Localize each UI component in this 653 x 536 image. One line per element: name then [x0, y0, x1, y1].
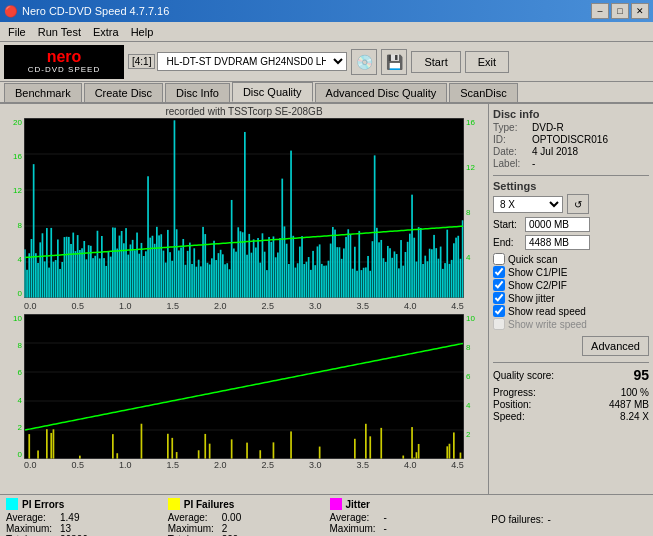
speed-selector[interactable]: 8 X — [493, 196, 563, 213]
menu-run-test[interactable]: Run Test — [32, 24, 87, 40]
start-row: Start: 0000 MB — [493, 217, 649, 232]
xb-2-5: 2.5 — [261, 460, 274, 470]
start-input[interactable]: 0000 MB — [525, 217, 590, 232]
top-chart-canvas — [24, 118, 464, 298]
minimize-button[interactable]: – — [591, 3, 609, 19]
xb-2-0: 2.0 — [214, 460, 227, 470]
end-label: End: — [493, 237, 521, 248]
window-controls: – □ ✕ — [591, 3, 649, 19]
drive-selector: [4:1] HL-DT-ST DVDRAM GH24NSD0 LH00 — [128, 52, 347, 71]
type-value: DVD-R — [532, 122, 564, 133]
x-0-0: 0.0 — [24, 301, 37, 311]
save-icon[interactable]: 💾 — [381, 49, 407, 75]
advanced-button[interactable]: Advanced — [582, 336, 649, 356]
jitter-max-value: - — [384, 523, 424, 534]
y-bot-10: 10 — [2, 314, 22, 323]
disc-id-row: ID: OPTODISCR016 — [493, 134, 649, 145]
maximize-button[interactable]: □ — [611, 3, 629, 19]
date-value: 4 Jul 2018 — [532, 146, 578, 157]
tab-create-disc[interactable]: Create Disc — [84, 83, 163, 102]
show-read-speed-label: Show read speed — [508, 306, 586, 317]
disc-date-row: Date: 4 Jul 2018 — [493, 146, 649, 157]
x-1-5: 1.5 — [166, 301, 179, 311]
y-right-bot-10: 10 — [466, 314, 482, 323]
pi-failures-avg-value: 0.00 — [222, 512, 262, 523]
x-4-5: 4.5 — [451, 301, 464, 311]
show-jitter-label: Show jitter — [508, 293, 555, 304]
y-top-20: 20 — [2, 118, 22, 127]
y-right-bot-8: 8 — [466, 343, 482, 352]
refresh-button[interactable]: ↺ — [567, 194, 589, 214]
speed-label: Speed: — [493, 411, 525, 422]
label-value: - — [532, 158, 535, 169]
tab-benchmark[interactable]: Benchmark — [4, 83, 82, 102]
x-1-0: 1.0 — [119, 301, 132, 311]
show-jitter-checkbox[interactable] — [493, 292, 505, 304]
menu-extra[interactable]: Extra — [87, 24, 125, 40]
progress-row: Progress: 100 % — [493, 387, 649, 398]
y-top-0: 0 — [2, 289, 22, 298]
end-input[interactable]: 4488 MB — [525, 235, 590, 250]
y-bot-8: 8 — [2, 341, 22, 350]
drive-dropdown[interactable]: HL-DT-ST DVDRAM GH24NSD0 LH00 — [157, 52, 347, 71]
menu-help[interactable]: Help — [125, 24, 160, 40]
quick-scan-label: Quick scan — [508, 254, 557, 265]
tab-scan-disc[interactable]: ScanDisc — [449, 83, 517, 102]
toolbar: nero CD-DVD SPEED [4:1] HL-DT-ST DVDRAM … — [0, 42, 653, 82]
tab-disc-quality[interactable]: Disc Quality — [232, 82, 313, 102]
stats-footer: PI Errors Average: 1.49 Maximum: 13 Tota… — [0, 494, 653, 536]
show-jitter-row: Show jitter — [493, 292, 649, 304]
settings-title: Settings — [493, 180, 649, 192]
menu-bar: File Run Test Extra Help — [0, 22, 653, 42]
jitter-avg-row: Average: - — [330, 512, 486, 523]
show-c2-pif-checkbox[interactable] — [493, 279, 505, 291]
divider-2 — [493, 362, 649, 363]
exit-button[interactable]: Exit — [465, 51, 509, 73]
pi-failures-max-value: 2 — [222, 523, 262, 534]
settings-section: Settings 8 X ↺ Start: 0000 MB End: 4488 … — [493, 180, 649, 356]
y-right-top-4: 4 — [466, 253, 482, 262]
xb-1-0: 1.0 — [119, 460, 132, 470]
pi-failures-avg-row: Average: 0.00 — [168, 512, 324, 523]
speed-row-progress: Speed: 8.24 X — [493, 411, 649, 422]
progress-section: Progress: 100 % Position: 4487 MB Speed:… — [493, 387, 649, 422]
eject-icon[interactable]: 💿 — [351, 49, 377, 75]
app-icon: 🔴 — [4, 5, 18, 18]
show-c1-pie-label: Show C1/PIE — [508, 267, 567, 278]
jitter-avg-value: - — [384, 512, 424, 523]
jitter-max-label: Maximum: — [330, 523, 380, 534]
quality-score-row: Quality score: 95 — [493, 367, 649, 383]
xb-1-5: 1.5 — [166, 460, 179, 470]
show-c1-pie-row: Show C1/PIE — [493, 266, 649, 278]
show-c1-pie-checkbox[interactable] — [493, 266, 505, 278]
date-label: Date: — [493, 146, 528, 157]
tab-disc-info[interactable]: Disc Info — [165, 83, 230, 102]
y-right-bot-2: 2 — [466, 430, 482, 439]
xb-3-0: 3.0 — [309, 460, 322, 470]
pi-failures-avg-label: Average: — [168, 512, 218, 523]
close-button[interactable]: ✕ — [631, 3, 649, 19]
pi-failures-max-label: Maximum: — [168, 523, 218, 534]
show-c2-pif-row: Show C2/PIF — [493, 279, 649, 291]
pi-errors-color — [6, 498, 18, 510]
quick-scan-checkbox[interactable] — [493, 253, 505, 265]
position-row: Position: 4487 MB — [493, 399, 649, 410]
pi-errors-label: PI Errors — [22, 499, 64, 510]
x-2-0: 2.0 — [214, 301, 227, 311]
pi-errors-header: PI Errors — [6, 498, 162, 510]
progress-value: 100 % — [621, 387, 649, 398]
show-write-speed-label: Show write speed — [508, 319, 587, 330]
speed-value: 8.24 X — [620, 411, 649, 422]
x-axis-bottom: 0.0 0.5 1.0 1.5 2.0 2.5 3.0 3.5 4.0 4.5 — [2, 459, 486, 471]
y-right-top-8: 8 — [466, 208, 482, 217]
tab-advanced-disc-quality[interactable]: Advanced Disc Quality — [315, 83, 448, 102]
menu-file[interactable]: File — [2, 24, 32, 40]
y-right-bot-6: 6 — [466, 372, 482, 381]
pi-failures-label: PI Failures — [184, 499, 235, 510]
pi-errors-avg-value: 1.49 — [60, 512, 100, 523]
show-read-speed-checkbox[interactable] — [493, 305, 505, 317]
pi-failures-color — [168, 498, 180, 510]
start-button[interactable]: Start — [411, 51, 460, 73]
disc-info-section: Disc info Type: DVD-R ID: OPTODISCR016 D… — [493, 108, 649, 169]
x-axis-top: 0.0 0.5 1.0 1.5 2.0 2.5 3.0 3.5 4.0 4.5 — [2, 300, 486, 312]
